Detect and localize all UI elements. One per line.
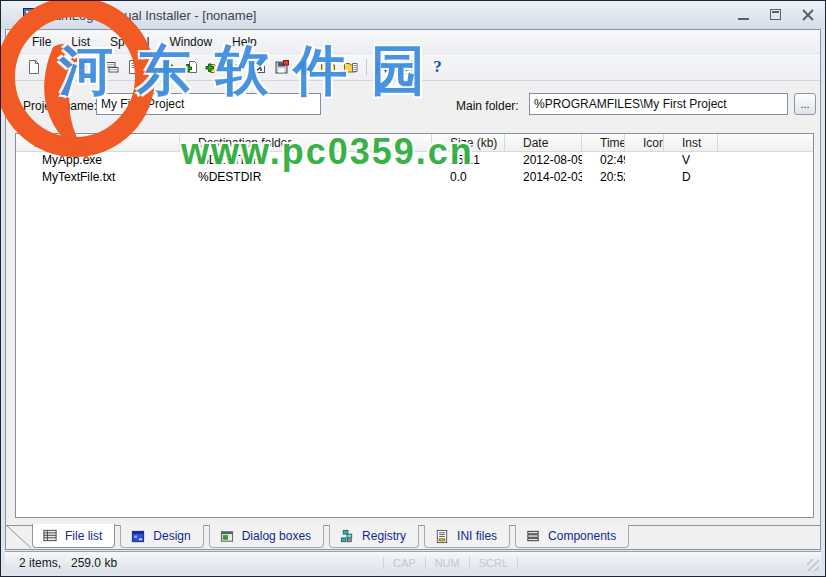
add-icon [159,59,175,75]
tab-components[interactable]: Components [515,525,629,548]
save-project-button[interactable] [68,56,91,78]
tab-design[interactable]: Design [120,525,203,548]
content-area: Project name: Main folder: ... Filename … [6,81,820,525]
toolbar: AZ ? [6,54,820,81]
scroll-lock-indicator: SCRL [469,557,518,569]
main-folder-input[interactable] [529,93,788,115]
add-files-button[interactable] [178,56,201,78]
cell-time: 02:49 [582,152,625,169]
menu-window[interactable]: Window [159,32,222,52]
ini-files-icon [434,529,450,544]
cell-inst: D [664,169,718,186]
resize-grip[interactable] [807,559,819,571]
cell-size: 0.0 [432,169,505,186]
tab-registry[interactable]: Registry [329,525,419,548]
cell-filename: MyApp.exe [16,152,180,169]
browse-button[interactable]: ... [794,93,816,115]
file-list-view-button[interactable] [100,56,123,78]
toolbar-separator [95,59,96,75]
tab-strip-notch [7,525,33,548]
toolbar-separator [421,59,422,75]
open-project-button[interactable] [45,56,68,78]
save-project-icon [72,59,88,75]
cell-destination: %DESTDIR [180,169,432,186]
cell-icon [625,169,664,186]
dialog-boxes-icon [219,529,235,544]
table-header: Filename Destination folder Size (kb) Da… [16,134,813,152]
cell-date: 2012-08-09 [505,152,582,169]
tab-bar: File list Design Dialog boxes Registry I… [6,525,820,549]
column-header-time[interactable]: Time [582,134,625,151]
create-shortcut-button[interactable] [247,56,270,78]
sort-button[interactable]: AZ [371,56,394,78]
column-header-spacer [718,134,813,151]
table-row[interactable]: MyTextFile.txt %DESTDIR 0.0 2014-02-03 2… [16,169,813,186]
registry-icon [339,529,355,544]
new-project-icon [26,59,42,75]
menu-list[interactable]: List [61,32,100,52]
close-icon [801,8,815,22]
tab-label: Design [153,529,190,543]
import-list-icon [127,59,143,75]
column-header-size[interactable]: Size (kb) [432,134,505,151]
window-title: SamLogic Visual Installer - [noname] [45,8,256,23]
tab-file-list[interactable]: File list [32,524,115,548]
tab-label: File list [65,529,102,543]
remove-icon [228,59,244,75]
cell-date: 2014-02-03 [505,169,582,186]
title-bar: SamLogic Visual Installer - [noname] [1,1,825,29]
main-folder-label: Main folder: [456,99,519,113]
components-icon [525,529,541,544]
help-button[interactable]: ? [426,56,449,78]
tab-label: Components [548,529,616,543]
open-project-icon [49,59,65,75]
menu-grip [12,35,16,49]
help-icon: ? [433,57,442,77]
info-button[interactable] [293,56,316,78]
create-setup-icon [274,59,290,75]
menu-special[interactable]: Special [100,32,159,52]
num-lock-indicator: NUM [425,557,469,569]
menu-file[interactable]: File [22,32,61,52]
column-header-date[interactable]: Date [505,134,582,151]
folder-button[interactable] [316,56,339,78]
menu-help[interactable]: Help [222,32,267,52]
menu-bar: File List Special Window Help [6,30,820,54]
tab-dialog-boxes[interactable]: Dialog boxes [209,525,324,548]
caps-lock-indicator: CAP [383,557,425,569]
cell-filename: MyTextFile.txt [16,169,180,186]
toolbar-separator [366,59,367,75]
minimize-icon [738,18,749,20]
add-button[interactable] [155,56,178,78]
add-folder-button[interactable] [201,56,224,78]
create-setup-button[interactable] [270,56,293,78]
project-name-input[interactable] [96,93,321,115]
remove-button[interactable] [224,56,247,78]
new-project-button[interactable] [22,56,45,78]
sort-az-icon: AZ [375,60,381,74]
table-row[interactable]: MyApp.exe %DESTDIR 259.1 2012-08-09 02:4… [16,152,813,169]
column-header-icon[interactable]: Icon [625,134,664,151]
tab-ini-files[interactable]: INI files [424,525,510,548]
project-name-label: Project name: [23,99,97,113]
toolbar-grip [12,60,16,74]
folder-properties-button[interactable] [339,56,362,78]
tab-label: Dialog boxes [242,529,311,543]
file-list-icon [42,528,58,543]
close-button[interactable] [799,8,817,22]
cell-time: 20:52 [582,169,625,186]
column-header-filename[interactable]: Filename [16,134,180,151]
folder-icon [320,59,336,75]
app-icon [23,8,38,23]
refresh-button[interactable] [394,56,417,78]
sort-arrow-icon [382,60,390,74]
column-header-destination[interactable]: Destination folder [180,134,432,151]
create-shortcut-icon [251,59,267,75]
maximize-icon [770,9,781,20]
maximize-button[interactable] [767,8,785,22]
import-list-button[interactable] [123,56,146,78]
design-icon [130,529,146,544]
cell-destination: %DESTDIR [180,152,432,169]
minimize-button[interactable] [735,8,753,22]
column-header-inst[interactable]: Inst [664,134,718,151]
